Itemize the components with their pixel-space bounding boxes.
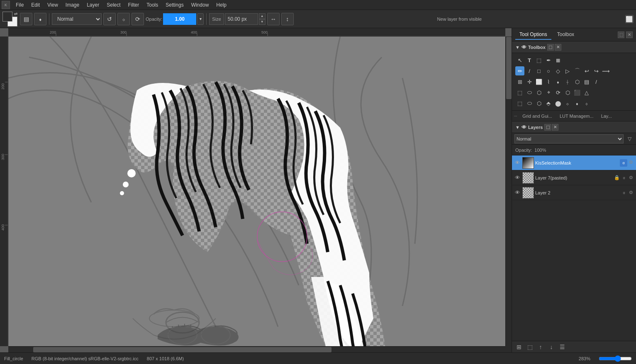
layers-blending-mode[interactable]: Normal xyxy=(514,134,624,143)
layer-lock-1[interactable]: 🔒 xyxy=(614,175,620,181)
size-spinner[interactable]: ▲ ▼ xyxy=(259,13,266,25)
menu-settings[interactable]: Settings xyxy=(162,1,187,9)
layer-alpha-1[interactable]: α xyxy=(621,175,627,181)
layer-settings-2[interactable]: ⚙ xyxy=(628,189,634,196)
menu-layer[interactable]: Layer xyxy=(83,1,102,9)
menu-image[interactable]: Image xyxy=(62,1,83,9)
tool-similar-select[interactable]: ⬡ xyxy=(563,88,572,97)
tool-select-polygon[interactable]: ⬡ xyxy=(534,88,543,97)
foreground-swatch[interactable] xyxy=(2,12,12,22)
layer-visibility-0[interactable]: 👁 xyxy=(514,159,521,167)
layers-fold-icon[interactable]: ▼ xyxy=(515,125,520,130)
toolbox-tab[interactable]: Toolbox xyxy=(553,30,578,40)
menu-window[interactable]: Window xyxy=(188,1,212,9)
menu-help[interactable]: Help xyxy=(213,1,230,9)
size-decrement[interactable]: ▼ xyxy=(259,19,266,25)
panel-close-btn[interactable]: ✕ xyxy=(626,32,633,38)
menu-view[interactable]: View xyxy=(44,1,61,9)
brush-options-btn[interactable]: ⬧ xyxy=(34,13,46,25)
tool-polygon[interactable]: ◇ xyxy=(553,66,563,75)
tool-brush-2[interactable]: ↪ xyxy=(592,66,601,75)
menu-file[interactable]: File xyxy=(12,1,27,9)
add-layer-btn[interactable]: ⊞ xyxy=(514,342,524,352)
tool-assistant[interactable]: ⬘ xyxy=(544,99,553,108)
blending-mode-select[interactable]: Normal Multiply Screen xyxy=(52,13,102,25)
tool-hand[interactable]: ⬨ xyxy=(582,99,591,108)
tool-multibrush[interactable]: ↩ xyxy=(582,66,591,75)
size-increment[interactable]: ▲ xyxy=(259,13,266,19)
layer-settings-0[interactable]: ⚙ xyxy=(628,159,634,166)
horizontal-scrollbar[interactable] xyxy=(8,346,505,352)
tool-select-ellipse[interactable]: ⬭ xyxy=(525,88,534,97)
tool-pen-calligraphy[interactable]: ✒ xyxy=(544,56,553,65)
new-layer-visible-btn[interactable]: New layer from visible xyxy=(434,15,485,23)
size-input[interactable] xyxy=(225,13,258,25)
tool-sample-color[interactable]: ⬡ xyxy=(534,99,543,108)
refresh-btn[interactable]: ⟳ xyxy=(132,13,144,25)
tool-transform[interactable]: ⬚ xyxy=(534,56,543,65)
tool-path[interactable]: ▷ xyxy=(563,66,572,75)
tool-contig-select[interactable]: ⟳ xyxy=(553,88,563,97)
layers-tab-mini[interactable]: Lay... xyxy=(598,113,615,119)
layer-options-btn[interactable]: ☰ xyxy=(558,342,567,352)
vertical-scrollbar[interactable] xyxy=(505,36,512,346)
tool-deselect[interactable]: △ xyxy=(582,88,591,97)
tool-rect[interactable]: □ xyxy=(534,66,543,75)
toolbox-fold-icon[interactable]: ▼ xyxy=(515,45,520,50)
tool-brush[interactable]: ✏ xyxy=(515,66,524,75)
tool-ruler[interactable]: ⬤ xyxy=(553,99,563,108)
menu-select[interactable]: Select xyxy=(103,1,124,9)
hscroll-thumb[interactable] xyxy=(33,347,331,352)
tool-cage-transform[interactable]: ⬧ xyxy=(553,77,563,86)
toolbox-float-btn[interactable]: ⬚ xyxy=(547,44,554,51)
tool-liquify[interactable]: ⟊ xyxy=(563,77,572,86)
tool-preset-btn[interactable]: ▤ xyxy=(20,13,32,25)
tool-options-tab[interactable]: Tool Options xyxy=(515,30,551,40)
tool-reference[interactable]: ⬧ xyxy=(573,99,582,108)
tool-warp[interactable]: ⌇ xyxy=(544,77,553,86)
tool-pan[interactable]: ⬭ xyxy=(525,99,534,108)
tool-smart-patch[interactable]: ⟿ xyxy=(601,66,610,75)
color-swatches[interactable]: ⇄ xyxy=(2,12,17,27)
tool-enclose-fill[interactable]: ⬡ xyxy=(573,77,582,86)
lock-alpha-btn[interactable]: ⬦ xyxy=(117,13,130,25)
swap-colors-icon[interactable]: ⇄ xyxy=(14,12,17,16)
menu-edit[interactable]: Edit xyxy=(28,1,43,9)
layers-float-btn[interactable]: ⬚ xyxy=(544,124,551,131)
tool-select-shape[interactable]: ↖ xyxy=(515,56,524,65)
grid-guide-tab[interactable]: Grid and Gui... xyxy=(519,113,556,119)
canvas-area[interactable]: 200 300 400 500 200 300 400 xyxy=(0,28,512,352)
tool-move[interactable]: ✛ xyxy=(525,77,534,86)
tool-ellipse[interactable]: ○ xyxy=(544,66,553,75)
canvas-content[interactable] xyxy=(8,36,505,346)
layer-visibility-2[interactable]: 👁 xyxy=(514,189,521,197)
move-layer-down[interactable]: ↓ xyxy=(547,342,556,352)
layer-visibility-1[interactable]: 👁 xyxy=(514,174,521,182)
layer-item-0[interactable]: 👁 KisSelectionMask α ⚙ xyxy=(512,155,636,170)
toolbox-close-btn[interactable]: ✕ xyxy=(555,44,561,51)
layer-inherit-alpha-0[interactable]: α xyxy=(620,159,627,167)
opacity-input[interactable] xyxy=(163,13,196,25)
reset-btn[interactable]: ↺ xyxy=(103,13,116,25)
opacity-chevron[interactable]: ▾ xyxy=(197,13,204,25)
menu-tools[interactable]: Tools xyxy=(143,1,161,9)
tool-colorize[interactable]: / xyxy=(592,77,601,86)
tool-dynamic-brush[interactable]: ⌒ xyxy=(573,66,582,75)
tool-text[interactable]: T xyxy=(525,56,534,65)
layer-item-1[interactable]: 👁 Layer 7(pasted) 🔒 α ⚙ xyxy=(512,170,636,185)
tool-fill-pattern[interactable]: ▦ xyxy=(553,56,563,65)
zoom-slider[interactable] xyxy=(599,355,632,362)
layer-alpha-2[interactable]: α xyxy=(621,189,627,196)
tool-transform-2[interactable]: ⬜ xyxy=(534,77,543,86)
tool-select-rect[interactable]: ⬚ xyxy=(515,88,524,97)
tool-bezier-select[interactable]: ⬛ xyxy=(573,88,582,97)
layers-alpha-lock[interactable]: ▽ xyxy=(625,135,634,143)
layer-item-2[interactable]: 👁 Layer 2 α ⚙ xyxy=(512,185,636,200)
tool-crop[interactable]: ⊞ xyxy=(515,77,524,86)
flip-v-btn[interactable]: ↕ xyxy=(281,13,294,25)
layer-settings-1[interactable]: ⚙ xyxy=(628,175,634,181)
lut-management-tab[interactable]: LUT Managem... xyxy=(556,113,597,119)
flip-h-btn[interactable]: ↔ xyxy=(267,13,280,25)
window-restore-btn[interactable]: ⬜ xyxy=(625,15,634,23)
add-group-btn[interactable]: ⬚ xyxy=(525,342,534,352)
